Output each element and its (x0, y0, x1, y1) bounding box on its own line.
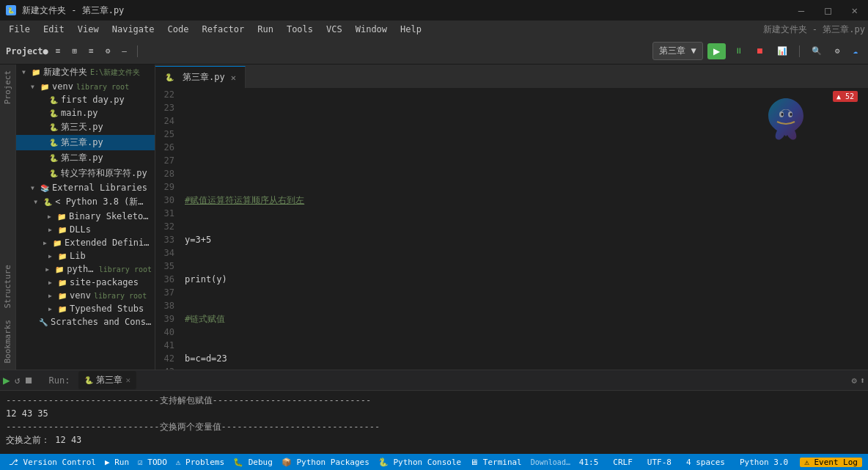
tree-typeshed[interactable]: ▶ 📁 Typeshed Stubs (16, 302, 155, 315)
output-line-3: -----------------------------交换两个变量值----… (6, 420, 862, 433)
toolbar-search-btn[interactable]: 🔍 (807, 44, 826, 58)
toolbar-list-btn[interactable]: ≡ (84, 44, 98, 58)
status-line-ending[interactable]: CRLF (610, 458, 636, 467)
code-line-27: #链式赋值 (185, 312, 862, 326)
editor-tabs: 🐍 第三章.py ✕ (155, 65, 868, 88)
tree-root-folder[interactable]: ▼ 📁 新建文件夹 E:\新建文件夹 (16, 65, 155, 80)
status-python-console[interactable]: 🐍 Python Console (375, 458, 464, 467)
tree-python38[interactable]: ▼ 🐍 < Python 3.8 (新建文件夹) > (16, 194, 155, 210)
toolbar-cloud-btn[interactable]: ☁ (848, 44, 862, 58)
toolbar-menu-btn[interactable]: ≡ (51, 44, 65, 58)
code-line-22 (185, 114, 862, 128)
menu-tools[interactable]: Tools (281, 23, 319, 36)
bottom-panel: ▶ ↺ ⏹ Run: 🐍 第三章 ✕ ⚙ ⬆ -----------------… (0, 370, 868, 454)
run-stop-btn[interactable]: ⏹ (24, 375, 34, 386)
toolbar-pause-btn[interactable]: ⏸ (730, 44, 747, 58)
bookmarks-panel-label[interactable]: Bookmarks (1, 314, 14, 370)
run-controls: ▶ ↺ ⏹ (3, 373, 34, 387)
tree-arrow-root: ▼ (22, 69, 31, 76)
toolbar-collapse-btn[interactable]: — (117, 44, 131, 58)
tree-escape-chars[interactable]: 🐍 转义字符和原字符.py (16, 166, 155, 181)
run-tab-close[interactable]: ✕ (125, 375, 130, 385)
bottom-tab-run[interactable]: Run: (43, 372, 76, 389)
run-button[interactable]: ▶ ▶ (707, 43, 726, 59)
menu-help[interactable]: Help (394, 23, 427, 36)
run-rerun-btn[interactable]: ↺ (15, 375, 21, 386)
tree-day3[interactable]: 🐍 第三天.py (16, 120, 155, 135)
pycharm-logo (762, 95, 809, 142)
status-todo[interactable]: ☑ TODO (135, 458, 170, 467)
minimize-btn[interactable]: — (794, 4, 809, 16)
folder-icon-ts: 📁 (57, 305, 67, 313)
toolbar-coverage-btn[interactable]: 📊 (773, 44, 792, 58)
logo-area (762, 95, 809, 144)
status-terminal[interactable]: 🖥 Terminal (467, 458, 525, 467)
maximize-btn[interactable]: □ (820, 4, 835, 16)
tree-venv2[interactable]: ▶ 📁 venv library root (16, 289, 155, 302)
scratch-icon: 🔧 (38, 318, 48, 326)
tree-chapter2[interactable]: 🐍 第二章.py (16, 150, 155, 166)
tree-dlls[interactable]: ▶ 📁 DLLs (16, 223, 155, 236)
tree-venv[interactable]: ▼ 📁 venv library root (16, 80, 155, 93)
menu-vcs[interactable]: VCS (320, 23, 348, 36)
status-python-packages[interactable]: 📦 Python Packages (279, 458, 372, 467)
menu-refactor[interactable]: Refactor (196, 23, 250, 36)
status-debug[interactable]: 🐛 Debug (230, 458, 276, 467)
bottom-maximize-btn[interactable]: ⬆ (860, 375, 865, 386)
bottom-tab-chapter3[interactable]: 🐍 第三章 ✕ (78, 371, 136, 389)
toolbar: Project● ≡ ⊞ ≡ ⚙ — 第三章 ▼ ▶ ▶ ⏸ ⏹ 📊 🔍 ⚙ ☁ (0, 38, 868, 65)
window-controls: — □ ✕ (794, 4, 862, 16)
tree-site-packages[interactable]: ▶ 📁 site-packages (16, 276, 155, 289)
close-btn[interactable]: ✕ (847, 4, 862, 16)
status-run[interactable]: ▶ Run (102, 458, 132, 467)
status-encoding[interactable]: UTF-8 (644, 458, 674, 467)
lib-icon: 📚 (40, 184, 50, 192)
run-play-btn[interactable]: ▶ (3, 373, 10, 387)
menu-window[interactable]: Window (350, 23, 393, 36)
project-panel-label[interactable]: Project (1, 65, 14, 110)
project-selector[interactable]: 第三章 ▼ (652, 42, 702, 60)
project-tree: ▼ 📁 新建文件夹 E:\新建文件夹 ▼ 📁 venv library root… (16, 65, 155, 370)
tree-external-libs[interactable]: ▼ 📚 External Libraries (16, 181, 155, 194)
toolbar-grid-btn[interactable]: ⊞ (67, 44, 81, 58)
toolbar-gear-btn[interactable]: ⚙ (831, 44, 845, 58)
tree-main-py[interactable]: 🐍 main.py (16, 106, 155, 120)
status-indent[interactable]: 4 spaces (683, 458, 728, 467)
menu-code[interactable]: Code (162, 23, 195, 36)
menu-bar-right: 新建文件夹 - 第三章.py (763, 23, 865, 36)
menu-navigate[interactable]: Navigate (106, 23, 161, 36)
bottom-output: -----------------------------支持解包赋值-----… (0, 391, 868, 454)
status-cursor-pos[interactable]: 41:5 (576, 458, 602, 467)
title-bar-left: 🐍 新建文件夹 - 第三章.py (6, 4, 124, 17)
py-file-icon5: 🐍 (48, 154, 59, 162)
tree-chapter3-selected[interactable]: 🐍 第三章.py (16, 135, 155, 150)
project-file-path: 新建文件夹 - 第三章.py (763, 23, 865, 36)
menu-edit[interactable]: Edit (37, 23, 70, 36)
tab-close-btn[interactable]: ✕ (231, 73, 236, 83)
menu-run[interactable]: Run (251, 23, 279, 36)
structure-panel-label[interactable]: Structure (1, 259, 14, 315)
tree-python-lib[interactable]: ▶ 📁 python library root (16, 262, 155, 276)
code-line-25: y=3+5 (185, 233, 862, 246)
tree-lib[interactable]: ▶ 📁 Lib (16, 249, 155, 262)
tab-chapter3[interactable]: 🐍 第三章.py ✕ (155, 66, 246, 88)
tree-first-day[interactable]: 🐍 first day.py (16, 93, 155, 106)
toolbar-divider (137, 45, 138, 57)
tree-extended-defs[interactable]: ▶ 📁 Extended Definitions (16, 236, 155, 249)
toolbar-stop-btn[interactable]: ⏹ (751, 44, 768, 58)
status-event-log[interactable]: ⚠ Event Log (800, 458, 862, 467)
menu-view[interactable]: View (72, 23, 105, 36)
editor-content: ▲ 52 22 23 24 25 26 27 28 29 30 31 32 33… (155, 88, 868, 370)
tree-scratches[interactable]: 🔧 Scratches and Consoles (16, 315, 155, 328)
menu-file[interactable]: File (3, 23, 36, 36)
bottom-settings-btn[interactable]: ⚙ (852, 375, 857, 386)
status-bar-right: 41:5 CRLF UTF-8 4 spaces Python 3.0 ⚠ Ev… (576, 458, 862, 467)
status-python-version[interactable]: Python 3.0 (737, 458, 791, 467)
bottom-right-controls: ⚙ ⬆ (852, 375, 865, 386)
tree-binary-skeletons[interactable]: ▶ 📁 Binary Skeletons (16, 210, 155, 223)
status-problems[interactable]: ⚠ Problems (173, 458, 227, 467)
status-version-control[interactable]: ⎇ Version Control (6, 458, 99, 467)
py-file-icon3: 🐍 (48, 123, 59, 131)
toolbar-settings-btn[interactable]: ⚙ (101, 44, 115, 58)
folder-icon-py: 📁 (54, 265, 65, 273)
